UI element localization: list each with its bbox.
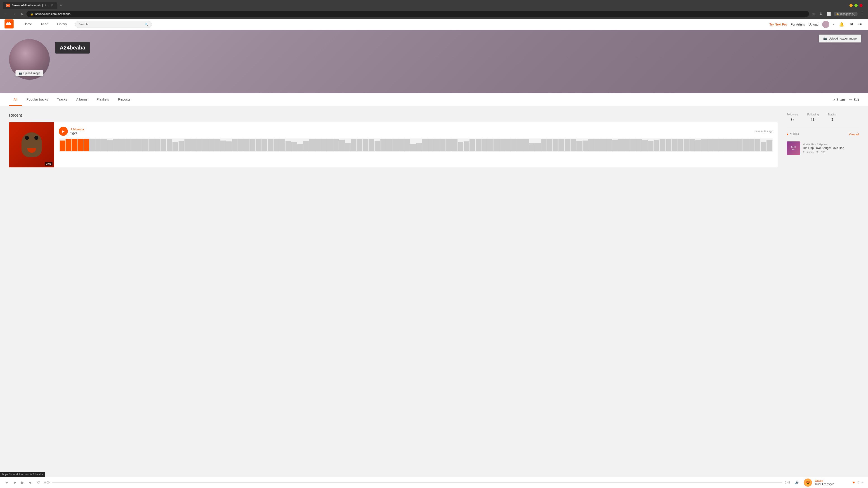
player-play-button[interactable]: ▶ — [20, 479, 25, 486]
waveform-bar — [155, 139, 160, 151]
waveform-bar — [220, 140, 226, 151]
extension-button[interactable]: ⬜ — [825, 11, 832, 17]
waveform-bar — [393, 139, 398, 151]
waveform-bar — [72, 139, 77, 151]
liked-title[interactable]: Hip-Hop Love Songs: Love Rap — [803, 146, 859, 150]
player-like-button[interactable]: ♥ — [852, 480, 855, 485]
profile-actions: ↗ Share ✏ Edit — [833, 98, 859, 101]
user-avatar[interactable] — [822, 21, 829, 28]
tab-tracks[interactable]: Tracks — [53, 93, 72, 106]
player-next-button[interactable]: ⏭ — [28, 480, 33, 486]
waveform-bar — [173, 142, 178, 151]
minimize-button[interactable] — [849, 4, 852, 7]
edit-icon: ✏ — [849, 98, 852, 101]
player-repost-button[interactable]: ↺ — [857, 480, 860, 485]
waveform-bar — [149, 139, 154, 151]
upload-image-button[interactable]: 📷 Upload image — [16, 70, 43, 76]
player-more-button[interactable]: ≡ — [862, 480, 864, 485]
waveform-bar — [125, 139, 131, 151]
followers-stat: Followers 0 — [786, 113, 798, 122]
try-next-pro-button[interactable]: Try Next Pro — [770, 23, 787, 26]
bookmark-button[interactable]: ☆ — [811, 11, 817, 17]
tab-close-button[interactable]: ✕ — [51, 4, 53, 7]
feed-nav-link[interactable]: Feed — [36, 19, 53, 30]
waveform-bar — [482, 139, 487, 151]
player-prev-button[interactable]: ⏮ — [12, 480, 18, 486]
active-tab[interactable]: SC Stream A24beaba music | Liste... ✕ — [3, 2, 57, 9]
waveform-bar — [113, 139, 119, 151]
forward-button[interactable]: → — [11, 11, 17, 17]
notifications-button[interactable]: 🔔 — [838, 21, 845, 28]
track-artwork[interactable]: 2:01 — [9, 122, 54, 167]
waveform-bar — [767, 140, 772, 151]
waveform-bar — [107, 140, 113, 151]
soundcloud-app: Home Feed Library 🔍 Try Next Pro For Art… — [0, 19, 868, 488]
waveform-bar — [416, 143, 422, 151]
track-title[interactable]: tiger — [70, 131, 752, 135]
profile-tabs: All Popular tracks Tracks Albums Playlis… — [0, 93, 868, 106]
search-icon[interactable]: 🔍 — [145, 23, 149, 26]
messages-button[interactable]: ✉ — [848, 21, 854, 28]
view-all-link[interactable]: View all — [849, 133, 859, 136]
waveform-bar — [410, 144, 416, 151]
upload-header-image-button[interactable]: 📷 Upload header image — [819, 35, 861, 42]
home-nav-link[interactable]: Home — [19, 19, 36, 30]
waveform-bar — [333, 139, 339, 151]
player-volume-button[interactable]: 🔊 — [794, 480, 800, 486]
more-menu-button[interactable]: ••• — [857, 21, 864, 28]
avatar-dropdown-icon[interactable]: ▾ — [833, 23, 835, 26]
liked-playlist-artwork[interactable]: LovERaP — [786, 141, 800, 155]
waveform[interactable] — [59, 138, 773, 152]
upload-link[interactable]: Upload — [809, 23, 818, 26]
edit-button[interactable]: ✏ Edit — [849, 98, 859, 101]
reload-button[interactable]: ↻ — [19, 11, 25, 17]
download-button[interactable]: ⬇ — [818, 11, 824, 17]
tracks-stat: Tracks 0 — [828, 113, 836, 122]
track-play-button[interactable]: ▶ — [59, 127, 68, 136]
player-avatar: 😍 — [804, 479, 812, 487]
following-label: Following — [807, 113, 819, 116]
waveform-bar — [369, 139, 374, 151]
track-artist[interactable]: A24beaba — [70, 128, 752, 131]
waveform-bar — [624, 139, 630, 151]
tab-playlists[interactable]: Playlists — [92, 93, 114, 106]
waveform-bar — [755, 139, 761, 151]
url-text: soundcloud.com/a24beaba — [35, 12, 70, 15]
waveform-bar — [654, 140, 659, 151]
waveform-bar — [321, 139, 327, 151]
player-total-time: 2:48 — [785, 481, 790, 484]
waveform-bar — [553, 139, 558, 151]
tab-albums[interactable]: Albums — [72, 93, 92, 106]
tab-popular-tracks[interactable]: Popular tracks — [22, 93, 53, 106]
share-button[interactable]: ↗ Share — [833, 98, 845, 101]
player-repeat-button[interactable]: ↺ — [36, 480, 41, 486]
tab-reposts[interactable]: Reposts — [114, 93, 135, 106]
progress-bar[interactable] — [52, 482, 782, 483]
waveform-bar — [196, 139, 202, 151]
svg-text:SC: SC — [7, 5, 9, 6]
maximize-button[interactable] — [855, 4, 858, 7]
tab-all[interactable]: All — [9, 93, 22, 106]
waveform-bar — [452, 139, 458, 151]
for-artists-link[interactable]: For Artists — [791, 23, 805, 26]
address-bar[interactable]: 🔒 soundcloud.com/a24beaba — [26, 11, 809, 17]
player-volume-area: 🔊 — [794, 480, 800, 486]
more-options-button[interactable]: ⋮ — [859, 11, 865, 17]
tab-favicon: SC — [6, 4, 10, 7]
search-input[interactable] — [79, 23, 143, 26]
waveform-bar — [499, 139, 505, 151]
new-tab-button[interactable]: + — [58, 2, 64, 9]
player-shuffle-button[interactable]: ⇌ — [4, 480, 9, 486]
close-button[interactable] — [860, 4, 863, 7]
waveform-bar — [268, 139, 273, 151]
waveform-bar — [60, 140, 65, 151]
waveform-bar — [672, 139, 677, 151]
likes-title: ♥ 5 likes — [786, 132, 799, 136]
soundcloud-logo[interactable] — [4, 20, 13, 29]
back-button[interactable]: ← — [3, 11, 9, 17]
waveform-bar — [505, 139, 511, 151]
waveform-bar — [357, 139, 362, 151]
waveform-bar — [541, 139, 547, 151]
waveform-bar — [190, 139, 196, 151]
library-nav-link[interactable]: Library — [53, 19, 71, 30]
